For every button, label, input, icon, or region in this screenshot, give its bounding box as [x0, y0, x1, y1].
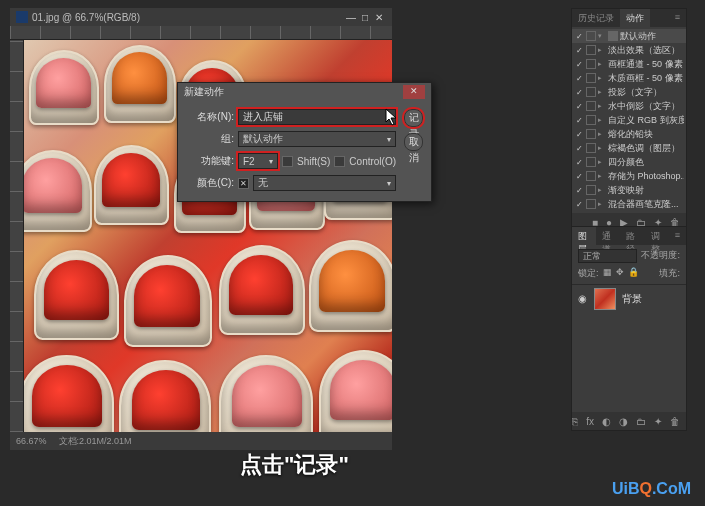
lock-label: 锁定: — [578, 267, 599, 280]
fx-icon[interactable]: fx — [586, 416, 594, 427]
layer-row[interactable]: ◉ 背景 — [572, 284, 686, 312]
cursor-icon — [385, 108, 399, 126]
tab-channels[interactable]: 通道 — [596, 227, 620, 245]
group-icon[interactable]: 🗀 — [636, 416, 646, 427]
cancel-button[interactable]: 取消 — [404, 133, 423, 151]
layers-panel-tabs: 图层 通道 路径 调整 ≡ — [572, 227, 686, 245]
layer-name[interactable]: 背景 — [622, 292, 642, 306]
lock-pixels-icon[interactable]: ▦ — [603, 267, 612, 280]
modal-toggle[interactable] — [586, 31, 596, 41]
maximize-icon[interactable]: □ — [358, 12, 372, 23]
tab-actions[interactable]: 动作 — [620, 9, 650, 27]
color-label: 颜色(C): — [186, 176, 234, 190]
action-item[interactable]: 淡出效果（选区） — [608, 44, 684, 57]
document-window: 01.jpg @ 66.7%(RGB/8) — □ ✕ — [10, 8, 392, 450]
shift-checkbox[interactable] — [282, 156, 293, 167]
action-item[interactable]: 棕褐色调（图层） — [608, 142, 684, 155]
action-set-select[interactable]: 默认动作 — [238, 131, 396, 147]
function-key-select[interactable]: F2 — [238, 153, 278, 169]
action-item[interactable]: 存储为 Photoshop... — [608, 170, 684, 183]
visibility-icon[interactable]: ◉ — [576, 293, 588, 304]
panel-menu-icon[interactable]: ≡ — [669, 227, 686, 245]
action-item[interactable]: 混合器画笔克隆... — [608, 198, 684, 211]
tab-layers[interactable]: 图层 — [572, 227, 596, 245]
dialog-titlebar[interactable]: 新建动作 ✕ — [178, 83, 431, 101]
fkey-label: 功能键: — [186, 154, 234, 168]
action-item[interactable]: 水中倒影（文字） — [608, 100, 684, 113]
new-layer-icon[interactable]: ✦ — [654, 416, 662, 427]
folder-icon — [608, 31, 618, 41]
close-icon[interactable]: ✕ — [372, 12, 386, 23]
adjustment-icon[interactable]: ◑ — [619, 416, 628, 427]
action-item[interactable]: 投影（文字） — [608, 86, 684, 99]
action-item[interactable]: 木质画框 - 50 像素 — [608, 72, 684, 85]
layers-panel-footer: ⎘ fx ◐ ◑ 🗀 ✦ 🗑 — [572, 412, 686, 430]
trash-icon[interactable]: 🗑 — [670, 416, 680, 427]
ruler-vertical[interactable] — [10, 40, 24, 432]
color-swatch: ✕ — [238, 178, 249, 189]
status-bar: 66.67% 文档:2.01M/2.01M — [10, 432, 392, 450]
ctrl-checkbox[interactable] — [334, 156, 345, 167]
fill-label: 填充: — [659, 267, 680, 280]
ctrl-label: Control(O) — [349, 156, 396, 167]
action-item[interactable]: 熔化的铅块 — [608, 128, 684, 141]
new-action-dialog: 新建动作 ✕ 名称(N): 进入店铺 组: 默认动作 功能键: F2 Shift… — [177, 82, 432, 202]
action-set-name[interactable]: 默认动作 — [620, 30, 684, 43]
lock-all-icon[interactable]: 🔒 — [628, 267, 639, 280]
link-icon[interactable]: ⎘ — [572, 416, 578, 427]
instruction-caption: 点击"记录" — [240, 450, 349, 480]
layers-panel: 图层 通道 路径 调整 ≡ 正常 不透明度: 锁定: ▦ ✥ 🔒 填充: ◉ 背… — [571, 226, 687, 431]
action-name-input[interactable]: 进入店铺 — [238, 109, 396, 125]
action-item[interactable]: 画框通道 - 50 像素 — [608, 58, 684, 71]
opacity-label: 不透明度: — [641, 249, 680, 263]
zoom-level[interactable]: 66.67% — [16, 436, 47, 446]
document-titlebar[interactable]: 01.jpg @ 66.7%(RGB/8) — □ ✕ — [10, 8, 392, 26]
record-button[interactable]: 记录 — [404, 109, 423, 127]
action-item[interactable]: 自定义 RGB 到灰度 — [608, 114, 684, 127]
actions-panel: 历史记录 动作 ≡ ✓▾默认动作 ✓▸淡出效果（选区） ✓▸画框通道 - 50 … — [571, 8, 687, 232]
tab-history[interactable]: 历史记录 — [572, 9, 620, 27]
action-item[interactable]: 四分颜色 — [608, 156, 684, 169]
dialog-close-icon[interactable]: ✕ — [403, 85, 425, 99]
layer-thumbnail[interactable] — [594, 288, 616, 310]
actions-list[interactable]: ✓▾默认动作 ✓▸淡出效果（选区） ✓▸画框通道 - 50 像素 ✓▸木质画框 … — [572, 27, 686, 213]
mask-icon[interactable]: ◐ — [602, 416, 611, 427]
panel-menu-icon[interactable]: ≡ — [669, 9, 686, 27]
watermark: UiBQ.CoM — [612, 480, 691, 498]
lock-position-icon[interactable]: ✥ — [616, 267, 624, 280]
shift-label: Shift(S) — [297, 156, 330, 167]
doc-size: 文档:2.01M/2.01M — [59, 435, 132, 448]
ps-icon — [16, 11, 28, 23]
action-item[interactable]: 渐变映射 — [608, 184, 684, 197]
blend-mode-select[interactable]: 正常 — [578, 249, 637, 263]
tab-adjust[interactable]: 调整 — [645, 227, 669, 245]
tab-paths[interactable]: 路径 — [620, 227, 644, 245]
document-title: 01.jpg @ 66.7%(RGB/8) — [32, 12, 140, 23]
name-label: 名称(N): — [186, 110, 234, 124]
color-select[interactable]: 无 — [253, 175, 396, 191]
set-label: 组: — [186, 132, 234, 146]
actions-panel-tabs: 历史记录 动作 ≡ — [572, 9, 686, 27]
minimize-icon[interactable]: — — [344, 12, 358, 23]
dialog-title: 新建动作 — [184, 85, 224, 99]
ruler-horizontal[interactable] — [10, 26, 392, 40]
